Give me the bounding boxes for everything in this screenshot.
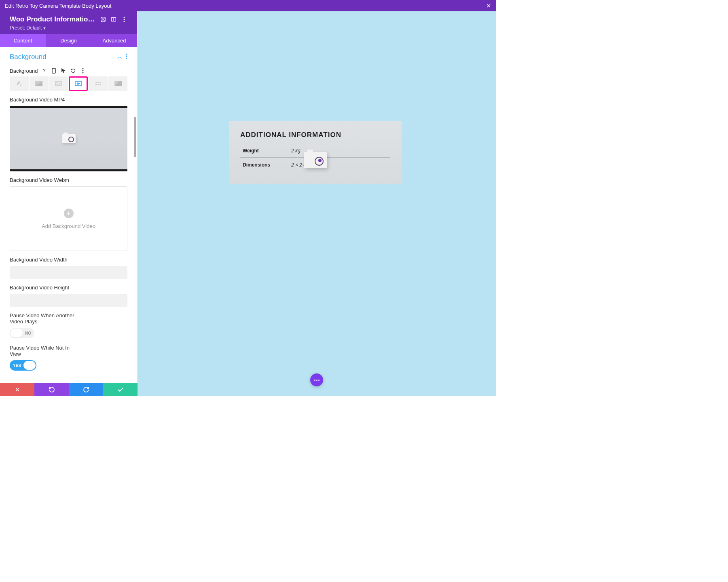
row-val: 2 kg	[291, 148, 301, 154]
svg-rect-19	[97, 82, 99, 83]
module-header: Woo Product Information S... Preset: Def…	[0, 11, 137, 34]
bg-video-mp4-label: Background Video MP4	[10, 97, 127, 103]
svg-point-3	[124, 17, 125, 18]
undo-button[interactable]	[34, 383, 69, 396]
scrollbar-thumb[interactable]	[134, 117, 136, 157]
main-area: Woo Product Information S... Preset: Def…	[0, 11, 496, 396]
bg-video-mp4-preview[interactable]	[10, 106, 127, 171]
svg-point-16	[57, 82, 57, 83]
preview-pane: ADDITIONAL INFORMATION Weight 2 kg Dimen…	[138, 11, 496, 396]
bg-video-height-label: Background Video Height	[10, 285, 127, 291]
pause-notinview-toggle[interactable]: YES	[10, 360, 36, 371]
svg-rect-18	[95, 82, 97, 83]
svg-point-12	[83, 72, 84, 74]
svg-point-8	[126, 58, 127, 59]
responsive-icon[interactable]	[51, 67, 57, 74]
bottom-actions	[0, 383, 138, 396]
kebab-icon[interactable]	[80, 67, 86, 74]
title-bar: Edit Retro Toy Camera Template Body Layo…	[0, 0, 496, 11]
module-title: Woo Product Information S...	[10, 15, 96, 23]
preset-label: Preset: Default	[10, 25, 42, 31]
template-title: Edit Retro Toy Camera Template Body Layo…	[5, 3, 486, 9]
background-label-row: Background ?	[10, 67, 127, 74]
bg-video-height-input[interactable]	[10, 294, 127, 307]
redo-button[interactable]	[69, 383, 103, 396]
svg-point-4	[124, 19, 125, 20]
close-icon[interactable]: ×	[486, 1, 491, 11]
reset-icon[interactable]	[70, 67, 76, 74]
page-options-fab[interactable]	[310, 373, 323, 386]
bg-type-color[interactable]	[10, 76, 29, 91]
tab-design[interactable]: Design	[46, 34, 91, 47]
svg-point-5	[124, 21, 125, 22]
product-info-module[interactable]: ADDITIONAL INFORMATION Weight 2 kg Dimen…	[229, 121, 402, 184]
svg-point-6	[126, 54, 127, 55]
background-type-tabs	[10, 76, 127, 91]
bg-video-width-input[interactable]	[10, 266, 127, 279]
kebab-icon[interactable]	[121, 16, 127, 23]
bg-type-mask[interactable]	[108, 76, 127, 91]
kebab-icon[interactable]	[126, 53, 127, 61]
panel-header: Background ︿	[0, 47, 137, 64]
svg-rect-21	[95, 84, 97, 85]
cancel-button[interactable]	[0, 383, 34, 396]
bg-type-pattern[interactable]	[89, 76, 108, 91]
background-label: Background	[10, 68, 38, 74]
plus-icon: +	[64, 209, 74, 218]
svg-point-11	[83, 70, 84, 72]
svg-rect-23	[99, 84, 101, 85]
row-key: Dimensions	[243, 162, 291, 168]
bg-video-webm-upload[interactable]: + Add Background Video	[10, 186, 127, 251]
toggle-label: YES	[10, 363, 23, 368]
help-icon[interactable]: ?	[41, 67, 47, 74]
info-title: ADDITIONAL INFORMATION	[240, 131, 390, 139]
svg-point-7	[126, 56, 127, 57]
collapse-icon[interactable]: ︿	[117, 53, 123, 61]
settings-sidebar: Woo Product Information S... Preset: Def…	[0, 11, 138, 396]
svg-rect-22	[97, 84, 99, 85]
row-key: Weight	[243, 148, 291, 154]
bg-type-video[interactable]	[69, 76, 88, 91]
preset-selector[interactable]: Preset: Default▼	[10, 25, 127, 31]
svg-point-10	[83, 68, 84, 70]
bg-video-width-label: Background Video Width	[10, 257, 127, 263]
save-button[interactable]	[103, 383, 138, 396]
svg-point-13	[20, 84, 21, 86]
pause-notinview-label: Pause Video While Not In View	[10, 345, 74, 357]
expand-icon[interactable]	[100, 16, 106, 23]
panel-title: Background	[10, 53, 117, 61]
svg-rect-9	[52, 68, 55, 73]
bg-type-image[interactable]	[49, 76, 68, 91]
camera-icon	[62, 134, 76, 143]
svg-rect-20	[99, 82, 101, 83]
bg-type-gradient[interactable]	[30, 76, 49, 91]
settings-tabs: Content Design Advanced	[0, 34, 137, 47]
settings-scroll[interactable]: Background ? Background Video MP4 Backgr…	[0, 64, 137, 396]
upload-text: Add Background Video	[42, 223, 95, 229]
tab-advanced[interactable]: Advanced	[91, 34, 137, 47]
bg-video-webm-label: Background Video Webm	[10, 177, 127, 183]
tab-content[interactable]: Content	[0, 34, 46, 47]
columns-icon[interactable]	[110, 16, 117, 23]
pause-another-label: Pause Video When Another Video Plays	[10, 312, 78, 325]
pause-another-toggle[interactable]: NO	[10, 328, 34, 338]
hover-icon[interactable]	[60, 67, 67, 74]
camera-icon	[304, 152, 327, 168]
toggle-label: NO	[23, 331, 34, 335]
